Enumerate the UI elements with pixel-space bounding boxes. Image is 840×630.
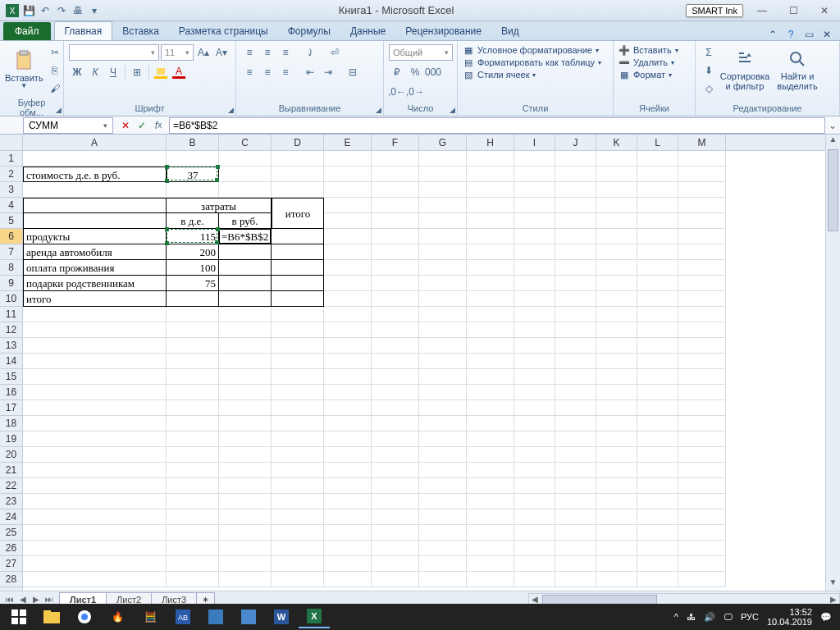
- merge-icon[interactable]: ⊟: [345, 64, 361, 80]
- row-header-19[interactable]: 19: [0, 431, 22, 447]
- cell-D10[interactable]: [272, 291, 324, 307]
- tray-chevron-icon[interactable]: ^: [674, 612, 678, 622]
- cell-D8[interactable]: [272, 260, 324, 276]
- cell-C10[interactable]: [219, 291, 272, 307]
- vscroll-thumb[interactable]: [828, 149, 838, 231]
- clipboard-dialog-icon[interactable]: ◢: [56, 106, 62, 114]
- fill-icon[interactable]: ⬇: [701, 62, 717, 79]
- fx-icon[interactable]: fx: [151, 118, 166, 133]
- row-header-24[interactable]: 24: [0, 509, 22, 525]
- cell-A9[interactable]: подарки родственникам: [23, 276, 167, 291]
- cell-A4[interactable]: [23, 198, 167, 213]
- row-header-28[interactable]: 28: [0, 572, 22, 587]
- col-header-C[interactable]: C: [219, 135, 272, 150]
- format-as-table-button[interactable]: ▤Форматировать как таблицу▾: [463, 57, 601, 68]
- start-button[interactable]: [3, 605, 34, 628]
- tray-volume-icon[interactable]: 🔊: [704, 612, 715, 623]
- cell-B8[interactable]: 100: [167, 260, 219, 276]
- cell-C7[interactable]: [219, 244, 272, 260]
- col-header-L[interactable]: L: [637, 135, 678, 150]
- tray-screen-icon[interactable]: 🖵: [724, 612, 733, 622]
- select-all-corner[interactable]: [0, 135, 23, 151]
- undo-icon[interactable]: ↶: [38, 3, 52, 18]
- number-dialog-icon[interactable]: ◢: [450, 106, 455, 114]
- cell-D7[interactable]: [272, 244, 324, 260]
- cut-icon[interactable]: ✂: [47, 44, 63, 61]
- window-close-icon[interactable]: ✕: [820, 29, 833, 40]
- scroll-down-icon[interactable]: ▼: [826, 578, 840, 591]
- align-left-icon[interactable]: ≡: [241, 64, 258, 80]
- col-header-B[interactable]: B: [167, 135, 219, 150]
- col-header-K[interactable]: K: [596, 135, 637, 150]
- minimize-ribbon-icon[interactable]: ⌃: [766, 29, 779, 40]
- cell-B4[interactable]: затраты: [167, 198, 272, 213]
- orientation-icon[interactable]: ⤸: [302, 44, 318, 61]
- row-header-12[interactable]: 12: [0, 322, 22, 338]
- minimize-button[interactable]: —: [750, 2, 774, 19]
- row-header-23[interactable]: 23: [0, 494, 22, 509]
- col-header-A[interactable]: A: [23, 135, 167, 150]
- row-header-16[interactable]: 16: [0, 385, 22, 400]
- name-box[interactable]: СУММ▾: [23, 117, 113, 134]
- col-header-H[interactable]: H: [467, 135, 514, 150]
- row-header-17[interactable]: 17: [0, 400, 22, 416]
- print-icon[interactable]: 🖶: [71, 3, 85, 18]
- tab-page-layout[interactable]: Разметка страницы: [169, 22, 278, 40]
- tray-notifications-icon[interactable]: 💬: [820, 612, 832, 623]
- decrease-indent-icon[interactable]: ⇤: [302, 64, 318, 80]
- col-header-G[interactable]: G: [419, 135, 467, 150]
- enter-formula-icon[interactable]: ✓: [135, 118, 149, 133]
- fill-color-icon[interactable]: [153, 64, 169, 80]
- row-header-22[interactable]: 22: [0, 478, 22, 494]
- cell-D9[interactable]: [272, 276, 324, 291]
- row-header-25[interactable]: 25: [0, 525, 22, 541]
- currency-icon[interactable]: ₽: [389, 64, 405, 80]
- row-header-13[interactable]: 13: [0, 338, 22, 354]
- borders-icon[interactable]: ⊞: [129, 64, 145, 80]
- file-explorer-icon[interactable]: [36, 605, 67, 628]
- col-header-D[interactable]: D: [272, 135, 324, 150]
- row-header-7[interactable]: 7: [0, 244, 22, 260]
- col-header-E[interactable]: E: [324, 135, 372, 150]
- redo-icon[interactable]: ↷: [54, 3, 69, 18]
- row-header-10[interactable]: 10: [0, 291, 22, 307]
- insert-cells-button[interactable]: ➕Вставить▾: [619, 44, 678, 56]
- number-format-combo[interactable]: Общий▾: [389, 44, 453, 61]
- increase-indent-icon[interactable]: ⇥: [320, 64, 336, 80]
- row-header-5[interactable]: 5: [0, 213, 22, 229]
- app-icon-2[interactable]: AB: [167, 605, 199, 628]
- row-header-26[interactable]: 26: [0, 541, 22, 556]
- row-header-2[interactable]: 2: [0, 167, 22, 182]
- tray-lang[interactable]: РУС: [741, 612, 759, 622]
- conditional-formatting-button[interactable]: ▦Условное форматирование▾: [463, 44, 601, 56]
- wrap-text-icon[interactable]: ⏎: [326, 44, 343, 61]
- row-header-6[interactable]: 6: [0, 229, 22, 244]
- font-color-icon[interactable]: A: [171, 64, 187, 80]
- grow-font-icon[interactable]: A▴: [195, 44, 212, 61]
- expand-formula-bar-icon[interactable]: ⌄: [825, 120, 840, 131]
- smart-ink-button[interactable]: SMART Ink: [686, 4, 743, 17]
- cell-D6[interactable]: [272, 229, 324, 244]
- row-header-3[interactable]: 3: [0, 182, 22, 198]
- cell-D4[interactable]: итого: [272, 198, 324, 229]
- calculator-icon[interactable]: 🧮: [135, 605, 166, 628]
- cell-C5[interactable]: в руб.: [219, 213, 272, 229]
- paste-button[interactable]: Вставить ▼: [5, 44, 43, 95]
- col-header-M[interactable]: M: [678, 135, 726, 150]
- help-icon[interactable]: ?: [784, 29, 797, 40]
- cell-B7[interactable]: 200: [167, 244, 219, 260]
- increase-decimal-icon[interactable]: ,0←: [389, 84, 405, 100]
- sheet-nav[interactable]: ⏮◀▶⏭: [0, 595, 59, 604]
- font-size-combo[interactable]: 11▾: [161, 44, 194, 61]
- cell-A2[interactable]: стоимость д.е. в руб.: [23, 167, 167, 182]
- autosum-icon[interactable]: Σ: [701, 44, 717, 61]
- font-name-combo[interactable]: ▾: [69, 44, 159, 61]
- comma-icon[interactable]: 000: [425, 64, 441, 80]
- cell-A5[interactable]: [23, 213, 167, 229]
- qat-customize-icon[interactable]: ▾: [87, 3, 102, 18]
- cell-A10[interactable]: итого: [23, 291, 167, 307]
- tray-network-icon[interactable]: 🖧: [687, 612, 696, 622]
- shrink-font-icon[interactable]: A▾: [213, 44, 230, 61]
- align-bottom-icon[interactable]: ≡: [277, 44, 294, 61]
- cell-styles-button[interactable]: ▧Стили ячеек▾: [463, 69, 601, 80]
